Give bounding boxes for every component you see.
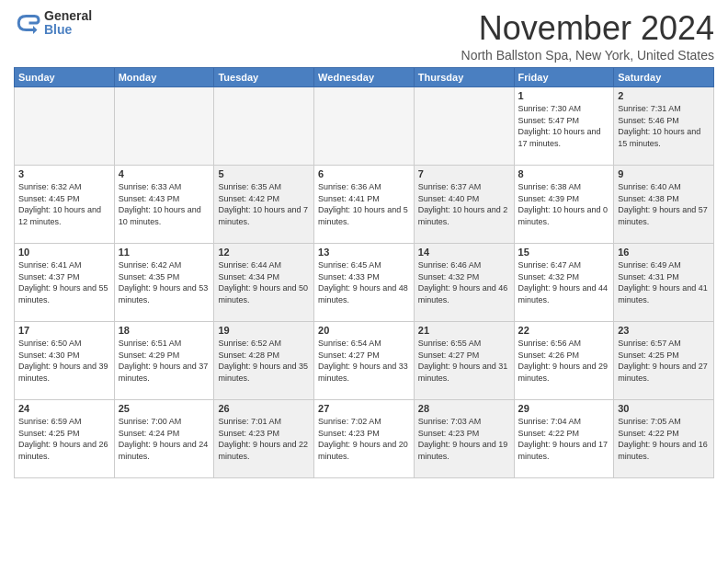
calendar-cell: 29Sunrise: 7:04 AM Sunset: 4:22 PM Dayli… [514, 400, 614, 478]
day-number: 23 [618, 325, 710, 336]
logo-blue: Blue [44, 23, 92, 37]
calendar-header-thursday: Thursday [414, 68, 514, 87]
day-info: Sunrise: 7:31 AM Sunset: 5:46 PM Dayligh… [618, 103, 710, 149]
day-number: 19 [218, 325, 310, 336]
day-info: Sunrise: 6:50 AM Sunset: 4:30 PM Dayligh… [18, 338, 110, 384]
day-number: 26 [218, 403, 310, 414]
calendar-week-4: 17Sunrise: 6:50 AM Sunset: 4:30 PM Dayli… [15, 322, 714, 400]
day-number: 9 [618, 168, 710, 179]
day-number: 10 [18, 247, 110, 258]
day-number: 14 [418, 247, 510, 258]
calendar-cell: 18Sunrise: 6:51 AM Sunset: 4:29 PM Dayli… [114, 322, 214, 400]
logo: General Blue [14, 9, 92, 38]
day-info: Sunrise: 7:03 AM Sunset: 4:23 PM Dayligh… [418, 416, 510, 462]
calendar-cell: 7Sunrise: 6:37 AM Sunset: 4:40 PM Daylig… [414, 166, 514, 244]
day-number: 30 [618, 403, 710, 414]
calendar-cell [214, 87, 314, 166]
calendar-cell: 12Sunrise: 6:44 AM Sunset: 4:34 PM Dayli… [214, 244, 314, 322]
day-number: 7 [418, 168, 510, 179]
day-info: Sunrise: 6:35 AM Sunset: 4:42 PM Dayligh… [218, 181, 310, 227]
day-number: 18 [119, 325, 210, 336]
day-number: 6 [318, 168, 410, 179]
day-info: Sunrise: 6:52 AM Sunset: 4:28 PM Dayligh… [218, 338, 310, 384]
day-info: Sunrise: 7:04 AM Sunset: 4:22 PM Dayligh… [518, 416, 610, 462]
logo-icon [14, 9, 41, 37]
calendar-cell: 3Sunrise: 6:32 AM Sunset: 4:45 PM Daylig… [15, 166, 115, 244]
day-number: 20 [318, 325, 410, 336]
day-info: Sunrise: 6:51 AM Sunset: 4:29 PM Dayligh… [119, 338, 210, 384]
month-title: November 2024 [461, 9, 714, 48]
logo-general: General [44, 9, 92, 23]
day-number: 27 [318, 403, 410, 414]
calendar-cell [15, 87, 115, 166]
calendar-cell: 8Sunrise: 6:38 AM Sunset: 4:39 PM Daylig… [514, 166, 614, 244]
day-info: Sunrise: 6:55 AM Sunset: 4:27 PM Dayligh… [418, 338, 510, 384]
day-number: 8 [518, 168, 610, 179]
calendar-cell: 14Sunrise: 6:46 AM Sunset: 4:32 PM Dayli… [414, 244, 514, 322]
day-info: Sunrise: 6:59 AM Sunset: 4:25 PM Dayligh… [18, 416, 110, 462]
day-info: Sunrise: 6:33 AM Sunset: 4:43 PM Dayligh… [119, 181, 210, 227]
day-info: Sunrise: 7:01 AM Sunset: 4:23 PM Dayligh… [218, 416, 310, 462]
calendar-header-friday: Friday [514, 68, 614, 87]
day-info: Sunrise: 7:05 AM Sunset: 4:22 PM Dayligh… [618, 416, 710, 462]
day-number: 13 [318, 247, 410, 258]
day-info: Sunrise: 6:42 AM Sunset: 4:35 PM Dayligh… [119, 259, 210, 305]
calendar-cell: 25Sunrise: 7:00 AM Sunset: 4:24 PM Dayli… [114, 400, 214, 478]
calendar-cell: 17Sunrise: 6:50 AM Sunset: 4:30 PM Dayli… [15, 322, 115, 400]
day-info: Sunrise: 6:32 AM Sunset: 4:45 PM Dayligh… [18, 181, 110, 227]
day-info: Sunrise: 6:37 AM Sunset: 4:40 PM Dayligh… [418, 181, 510, 227]
calendar-week-1: 1Sunrise: 7:30 AM Sunset: 5:47 PM Daylig… [15, 87, 714, 166]
day-number: 4 [119, 168, 210, 179]
calendar-cell: 2Sunrise: 7:31 AM Sunset: 5:46 PM Daylig… [614, 87, 714, 166]
day-number: 17 [18, 325, 110, 336]
day-info: Sunrise: 6:40 AM Sunset: 4:38 PM Dayligh… [618, 181, 710, 227]
calendar-cell [114, 87, 214, 166]
day-number: 11 [119, 247, 210, 258]
calendar-cell [414, 87, 514, 166]
location: North Ballston Spa, New York, United Sta… [461, 48, 714, 63]
page: General Blue November 2024 North Ballsto… [0, 0, 728, 563]
day-number: 24 [18, 403, 110, 414]
day-info: Sunrise: 6:47 AM Sunset: 4:32 PM Dayligh… [518, 259, 610, 305]
day-info: Sunrise: 6:49 AM Sunset: 4:31 PM Dayligh… [618, 259, 710, 305]
day-number: 3 [18, 168, 110, 179]
calendar-cell: 20Sunrise: 6:54 AM Sunset: 4:27 PM Dayli… [314, 322, 415, 400]
calendar-cell: 6Sunrise: 6:36 AM Sunset: 4:41 PM Daylig… [314, 166, 415, 244]
calendar-cell: 4Sunrise: 6:33 AM Sunset: 4:43 PM Daylig… [114, 166, 214, 244]
title-section: November 2024 North Ballston Spa, New Yo… [461, 9, 714, 63]
calendar-header-wednesday: Wednesday [314, 68, 415, 87]
day-info: Sunrise: 7:02 AM Sunset: 4:23 PM Dayligh… [318, 416, 410, 462]
calendar-cell: 13Sunrise: 6:45 AM Sunset: 4:33 PM Dayli… [314, 244, 415, 322]
day-info: Sunrise: 6:46 AM Sunset: 4:32 PM Dayligh… [418, 259, 510, 305]
calendar-cell: 1Sunrise: 7:30 AM Sunset: 5:47 PM Daylig… [514, 87, 614, 166]
calendar-cell: 27Sunrise: 7:02 AM Sunset: 4:23 PM Dayli… [314, 400, 415, 478]
calendar-cell: 19Sunrise: 6:52 AM Sunset: 4:28 PM Dayli… [214, 322, 314, 400]
day-info: Sunrise: 7:30 AM Sunset: 5:47 PM Dayligh… [518, 103, 610, 149]
calendar-header-tuesday: Tuesday [214, 68, 314, 87]
calendar-cell: 23Sunrise: 6:57 AM Sunset: 4:25 PM Dayli… [614, 322, 714, 400]
calendar-cell [314, 87, 415, 166]
day-number: 5 [218, 168, 310, 179]
day-info: Sunrise: 6:41 AM Sunset: 4:37 PM Dayligh… [18, 259, 110, 305]
day-number: 29 [518, 403, 610, 414]
calendar-cell: 24Sunrise: 6:59 AM Sunset: 4:25 PM Dayli… [15, 400, 115, 478]
calendar-cell: 10Sunrise: 6:41 AM Sunset: 4:37 PM Dayli… [15, 244, 115, 322]
calendar-cell: 9Sunrise: 6:40 AM Sunset: 4:38 PM Daylig… [614, 166, 714, 244]
day-number: 21 [418, 325, 510, 336]
calendar-cell: 16Sunrise: 6:49 AM Sunset: 4:31 PM Dayli… [614, 244, 714, 322]
day-number: 1 [518, 90, 610, 101]
calendar-header-row: SundayMondayTuesdayWednesdayThursdayFrid… [15, 68, 714, 87]
calendar-cell: 15Sunrise: 6:47 AM Sunset: 4:32 PM Dayli… [514, 244, 614, 322]
calendar-cell: 11Sunrise: 6:42 AM Sunset: 4:35 PM Dayli… [114, 244, 214, 322]
calendar-header-sunday: Sunday [15, 68, 115, 87]
day-number: 25 [119, 403, 210, 414]
calendar-cell: 26Sunrise: 7:01 AM Sunset: 4:23 PM Dayli… [214, 400, 314, 478]
calendar-header-saturday: Saturday [614, 68, 714, 87]
day-number: 15 [518, 247, 610, 258]
day-info: Sunrise: 6:44 AM Sunset: 4:34 PM Dayligh… [218, 259, 310, 305]
calendar-cell: 5Sunrise: 6:35 AM Sunset: 4:42 PM Daylig… [214, 166, 314, 244]
calendar-week-3: 10Sunrise: 6:41 AM Sunset: 4:37 PM Dayli… [15, 244, 714, 322]
calendar-cell: 21Sunrise: 6:55 AM Sunset: 4:27 PM Dayli… [414, 322, 514, 400]
day-info: Sunrise: 7:00 AM Sunset: 4:24 PM Dayligh… [119, 416, 210, 462]
calendar-week-5: 24Sunrise: 6:59 AM Sunset: 4:25 PM Dayli… [15, 400, 714, 478]
